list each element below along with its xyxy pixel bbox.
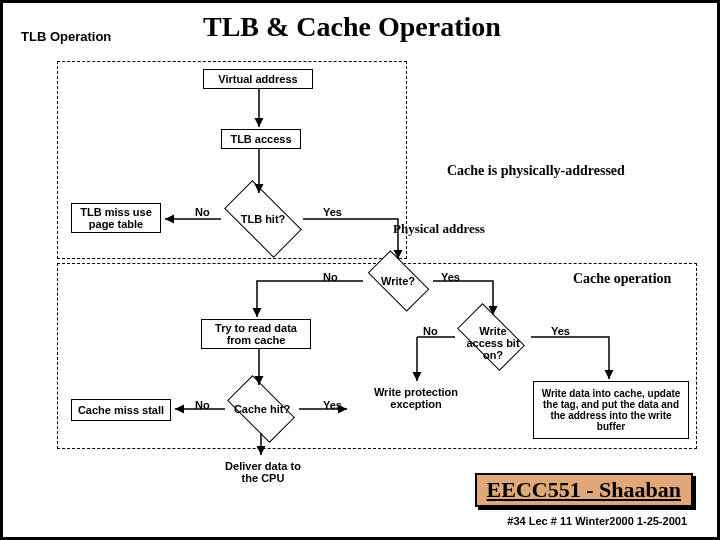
label-cache-phys: Cache is physically-addressed (447, 163, 625, 179)
node-try-read: Try to read data from cache (201, 319, 311, 349)
edge-tlb-yes: Yes (323, 206, 342, 218)
footer-meta: #34 Lec # 11 Winter2000 1-25-2001 (507, 515, 687, 527)
node-deliver: Deliver data to the CPU (221, 457, 305, 487)
label-physical-address: Physical address (393, 221, 485, 237)
label-cache-operation: Cache operation (573, 271, 671, 287)
node-write-data: Write data into cache, update the tag, a… (533, 381, 689, 439)
slide-title: TLB & Cache Operation (203, 11, 501, 43)
node-virtual-address: Virtual address (203, 69, 313, 89)
node-write-protection: Write protection exception (361, 383, 471, 413)
edge-write-yes: Yes (441, 271, 460, 283)
edge-ch-no: No (195, 399, 210, 411)
edge-tlb-no: No (195, 206, 210, 218)
footer-course: EECC551 - Shaaban (475, 473, 693, 507)
slide: TLB & Cache Operation TLB Operation Virt… (0, 0, 720, 540)
side-label: TLB Operation (21, 29, 111, 44)
edge-ch-yes: Yes (323, 399, 342, 411)
node-tlb-access: TLB access (221, 129, 301, 149)
label-cache-hit: Cache hit? (227, 403, 297, 415)
edge-write-no: No (323, 271, 338, 283)
node-tlb-miss: TLB miss use page table (71, 203, 161, 233)
label-write-q: Write? (363, 275, 433, 287)
node-cache-miss: Cache miss stall (71, 399, 171, 421)
edge-wa-no: No (423, 325, 438, 337)
label-write-access: Write access bit on? (463, 325, 523, 361)
edge-wa-yes: Yes (551, 325, 570, 337)
label-tlb-hit: TLB hit? (228, 213, 298, 225)
